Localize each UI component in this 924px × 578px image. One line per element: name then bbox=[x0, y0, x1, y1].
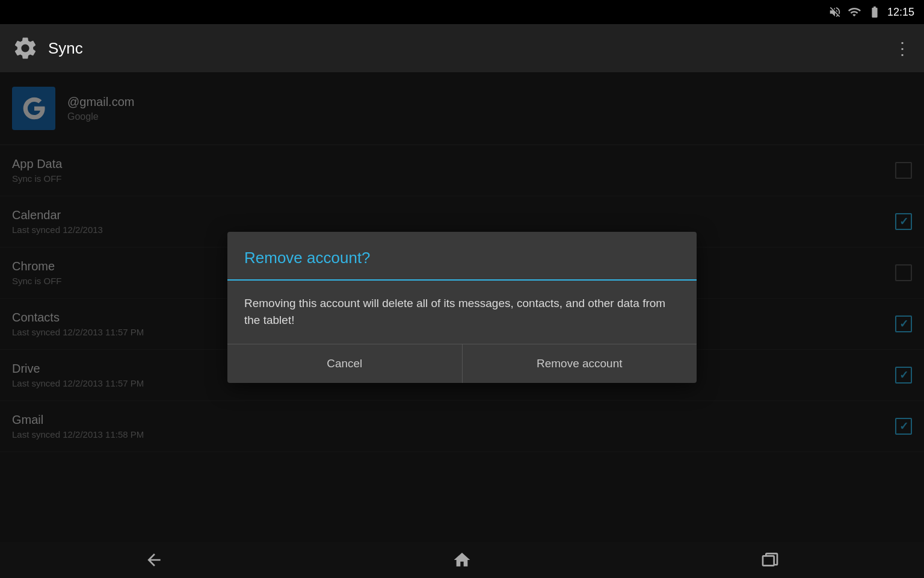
dialog-overlay: Remove account? Removing this account wi… bbox=[0, 72, 924, 542]
dialog-actions: Cancel Remove account bbox=[227, 344, 697, 383]
app-bar-title: Sync bbox=[48, 39, 83, 58]
battery-icon bbox=[867, 5, 882, 19]
status-icons: 12:15 bbox=[828, 5, 914, 19]
wifi-icon bbox=[846, 5, 862, 19]
remove-account-dialog: Remove account? Removing this account wi… bbox=[227, 232, 697, 383]
gear-icon bbox=[12, 35, 38, 61]
mute-icon bbox=[828, 5, 842, 19]
svg-rect-0 bbox=[763, 556, 774, 565]
app-bar-left: Sync bbox=[12, 35, 83, 61]
remove-account-button[interactable]: Remove account bbox=[463, 344, 697, 383]
dialog-title: Remove account? bbox=[244, 249, 371, 267]
dialog-message: Removing this account will delete all of… bbox=[244, 295, 680, 329]
recent-apps-icon[interactable] bbox=[760, 550, 780, 570]
status-bar: 12:15 bbox=[0, 0, 924, 24]
app-bar: Sync ⋮ bbox=[0, 24, 924, 72]
dialog-body: Removing this account will delete all of… bbox=[227, 281, 697, 344]
nav-bar bbox=[0, 542, 924, 578]
status-time: 12:15 bbox=[887, 6, 914, 19]
back-icon[interactable] bbox=[144, 550, 164, 570]
more-options-icon[interactable]: ⋮ bbox=[894, 39, 912, 58]
home-icon[interactable] bbox=[452, 550, 472, 570]
dialog-header: Remove account? bbox=[227, 232, 697, 281]
cancel-button[interactable]: Cancel bbox=[227, 344, 463, 383]
